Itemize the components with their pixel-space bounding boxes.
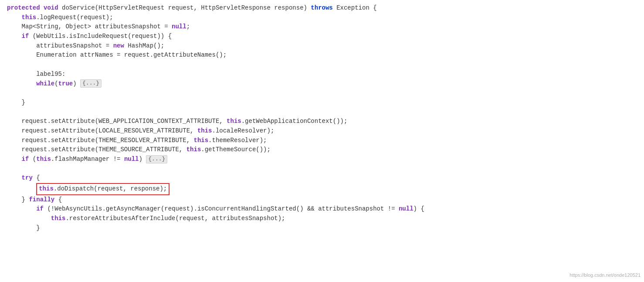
keyword-this-6: this xyxy=(36,156,51,163)
keyword-protected: protected xyxy=(7,4,40,11)
highlight-dodispatch: this.doDispatch(request, response); xyxy=(36,183,169,195)
code-line-8: label95: xyxy=(7,70,637,79)
code-line-empty-3 xyxy=(7,108,637,117)
code-line-9: while(true) {...} xyxy=(7,79,637,89)
keyword-null: null xyxy=(172,23,186,30)
keyword-this-2: this xyxy=(227,118,241,125)
code-line-13: request.setAttribute(LOCALE_RESOLVER_ATT… xyxy=(7,126,637,136)
code-line-empty-1 xyxy=(7,60,637,70)
keyword-this-5: this xyxy=(186,146,201,153)
keyword-try: try xyxy=(22,174,33,181)
code-line-20: if (!WebAsyncUtils.getAsyncManager(reque… xyxy=(7,204,637,214)
code-line-22: } xyxy=(7,224,637,233)
keyword-throws: throws xyxy=(311,4,332,11)
code-line-16: if (this.flashMapManager != null) {...} xyxy=(7,155,637,164)
keyword-if-1: if xyxy=(22,33,29,40)
keyword-true: true xyxy=(58,80,73,87)
keyword-this-7: this xyxy=(39,185,54,192)
code-viewer: protected void doService(HttpServletRequ… xyxy=(0,0,644,282)
keyword-this-3: this xyxy=(197,127,212,134)
keyword-this-1: this xyxy=(22,14,37,21)
keyword-while: while xyxy=(36,80,54,87)
keyword-void: void xyxy=(44,4,58,11)
code-line-3: Map<String, Object> attributesSnapshot =… xyxy=(7,22,637,32)
code-line-11: } xyxy=(7,98,637,108)
code-line-15: request.setAttribute(THEME_SOURCE_ATTRIB… xyxy=(7,145,637,155)
keyword-this-4: this xyxy=(193,137,208,144)
code-line-empty-2 xyxy=(7,88,637,98)
keyword-if-3: if xyxy=(36,205,44,212)
keyword-if-2: if xyxy=(22,156,29,163)
code-line-empty-4 xyxy=(7,164,637,174)
code-line-2: this.logRequest(request); xyxy=(7,13,637,23)
code-line-18: this.doDispatch(request, response); xyxy=(7,183,637,195)
code-line-14: request.setAttribute(THEME_RESOLVER_ATTR… xyxy=(7,136,637,146)
watermark: https://blog.csdn.net/onde120521 xyxy=(569,272,641,279)
code-line-4: if (WebUtils.isIncludeRequest(request)) … xyxy=(7,32,637,41)
collapsed-if[interactable]: {...} xyxy=(146,155,167,163)
collapsed-while[interactable]: {...} xyxy=(80,79,102,88)
keyword-finally: finally xyxy=(29,196,54,203)
code-line-17: try { xyxy=(7,173,637,183)
keyword-null-2: null xyxy=(124,156,139,163)
code-line-6: Enumeration attrNames = request.getAttri… xyxy=(7,51,637,60)
code-line-5: attributesSnapshot = new HashMap(); xyxy=(7,41,637,51)
code-line-21: this.restoreAttributesAfterInclude(reque… xyxy=(7,214,637,224)
keyword-this-8: this xyxy=(51,215,66,222)
keyword-new: new xyxy=(113,42,124,49)
keyword-null-3: null xyxy=(399,205,414,212)
code-line-19: } finally { xyxy=(7,195,637,205)
code-line-12: request.setAttribute(WEB_APPLICATION_CON… xyxy=(7,117,637,126)
code-line-1: protected void doService(HttpServletRequ… xyxy=(7,3,637,13)
